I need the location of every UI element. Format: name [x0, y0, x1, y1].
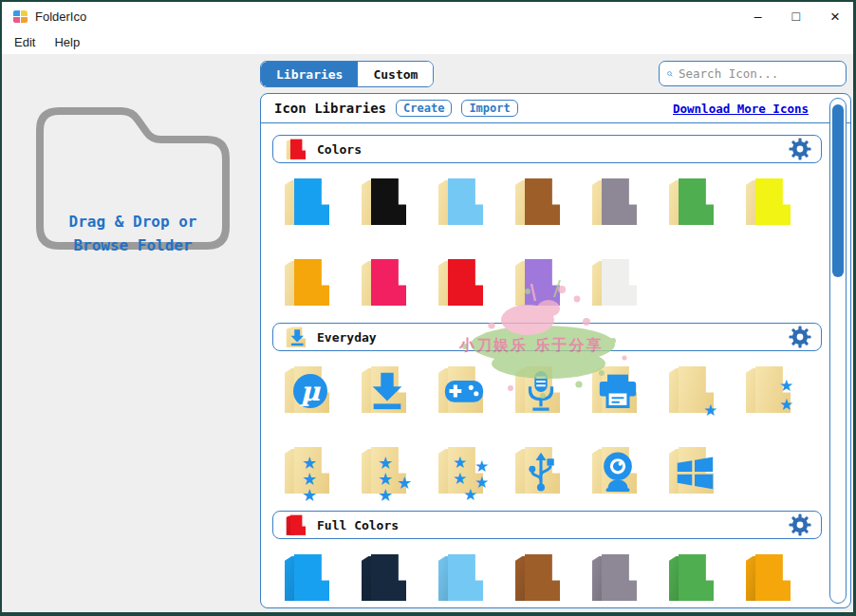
- folder-icon-orange[interactable]: [282, 256, 331, 309]
- folder-icon-gray[interactable]: [589, 551, 639, 605]
- star5-icon: ★★★★★: [444, 451, 484, 493]
- folder-icon-orange[interactable]: [743, 551, 792, 605]
- scrollbar-track[interactable]: [829, 98, 847, 604]
- close-button[interactable]: ×: [830, 9, 840, 25]
- minimize-button[interactable]: –: [754, 9, 762, 23]
- section-label: Colors: [317, 142, 362, 157]
- star2-icon: ★★: [752, 370, 791, 412]
- folder-icon-usb-folder[interactable]: [512, 444, 562, 497]
- section-label: Everyday: [317, 330, 377, 345]
- gear-icon[interactable]: [789, 138, 811, 160]
- folder-red-front-icon: [285, 138, 307, 160]
- windows-icon: [675, 451, 715, 493]
- section-label: Full Colors: [317, 518, 399, 532]
- folder-icon-yellow[interactable]: [743, 176, 792, 229]
- svg-text:µ: µ: [300, 376, 322, 407]
- folder-icon-red-mini[interactable]: [285, 138, 307, 161]
- gear-icon[interactable]: [789, 513, 811, 536]
- download-icon: [367, 370, 407, 412]
- menu-bar: Edit Help: [2, 30, 853, 54]
- menu-help[interactable]: Help: [51, 33, 83, 51]
- tab-bar: Libraries Custom: [260, 61, 434, 87]
- usb-icon: [521, 451, 561, 493]
- gamepad-icon: [444, 370, 484, 412]
- window-controls: – □ ×: [754, 2, 840, 30]
- star4-icon: ★★★★: [367, 451, 407, 493]
- left-panel: Drag & Drop or Browse Folder: [2, 54, 258, 612]
- utorrent-icon: µ: [290, 370, 330, 412]
- microphone-icon: [521, 370, 561, 412]
- search-input[interactable]: [679, 66, 838, 81]
- drop-zone-label: Drag & Drop or Browse Folder: [30, 211, 235, 258]
- folder-icon-one-star-folder[interactable]: ★: [666, 364, 716, 417]
- download-more-icons-link[interactable]: Download More Icons: [673, 102, 809, 116]
- folder-icon-printer-folder[interactable]: [589, 364, 639, 417]
- folder-icon-blue[interactable]: [282, 176, 331, 229]
- icon-grid-colors: [282, 176, 850, 311]
- star1-icon: ★: [675, 370, 715, 412]
- webcam-icon: [598, 451, 638, 493]
- folder-icon-dark-navy[interactable]: [359, 551, 408, 605]
- folder-drop-zone[interactable]: Drag & Drop or Browse Folder: [30, 102, 235, 263]
- folder-icon-audio-folder[interactable]: [512, 364, 562, 417]
- search-box[interactable]: [659, 61, 847, 86]
- folder-icon-windows-folder[interactable]: [666, 444, 716, 497]
- maximize-button[interactable]: □: [792, 9, 800, 23]
- folder-icon-two-star-folder[interactable]: ★★: [743, 364, 792, 417]
- libraries-header: Icon Libraries Create Import Download Mo…: [261, 94, 850, 123]
- window-title: FolderIco: [35, 9, 86, 24]
- folder-icon-sky-blue[interactable]: [436, 176, 485, 229]
- menu-edit[interactable]: Edit: [11, 33, 38, 51]
- icon-grid-full-colors: [282, 551, 850, 607]
- app-logo-icon: [13, 10, 28, 23]
- folder-icon-download-mini[interactable]: [285, 326, 307, 349]
- folder-icon-games-folder[interactable]: [436, 364, 485, 417]
- folder-red-full-icon: [285, 513, 307, 536]
- tab-custom[interactable]: Custom: [358, 62, 433, 86]
- folder-icon-green[interactable]: [666, 176, 716, 229]
- folder-icon-utorrent-folder[interactable]: µ: [282, 364, 331, 417]
- section-header-colors[interactable]: Colors: [272, 135, 822, 163]
- folder-icon-three-star-folder[interactable]: ★★★: [282, 444, 331, 497]
- download-icon: [288, 328, 306, 346]
- printer-icon: [598, 370, 638, 412]
- create-button[interactable]: Create: [396, 100, 452, 117]
- title-bar: FolderIco – □ ×: [2, 2, 853, 30]
- folder-download-icon: [285, 326, 307, 348]
- section-header-everyday[interactable]: Everyday: [272, 323, 822, 351]
- import-button[interactable]: Import: [461, 100, 517, 117]
- star3-icon: ★★★: [290, 451, 330, 493]
- folder-icon-webcam-folder[interactable]: [589, 444, 639, 497]
- app-window: FolderIco – □ × Edit Help Drag & Drop or…: [0, 0, 856, 616]
- folder-icon-brown[interactable]: [512, 176, 562, 229]
- folder-icon-download-folder[interactable]: [359, 364, 408, 417]
- folder-icon-purple[interactable]: [512, 256, 562, 309]
- folder-icon-white[interactable]: [589, 256, 639, 309]
- folder-icon-gray[interactable]: [589, 176, 639, 229]
- folder-icon-four-star-folder[interactable]: ★★★★: [359, 444, 408, 497]
- main-area: Drag & Drop or Browse Folder Libraries C…: [2, 54, 853, 612]
- sections-area: ColorsEverydayµ★★★★★★★★★★★★★★★Full Color…: [261, 135, 850, 607]
- folder-icon-brown[interactable]: [512, 551, 562, 605]
- section-header-full-colors[interactable]: Full Colors: [272, 511, 822, 539]
- folder-icon-red[interactable]: [436, 256, 485, 309]
- folder-icon-green[interactable]: [666, 551, 716, 605]
- right-panel: Libraries Custom Icon Libraries Create I…: [258, 54, 853, 612]
- folder-icon-red-full-mini[interactable]: [285, 513, 307, 537]
- folder-icon-black[interactable]: [359, 176, 408, 229]
- panel-title: Icon Libraries: [274, 101, 386, 116]
- gear-icon[interactable]: [789, 326, 811, 348]
- folder-icon-pink[interactable]: [359, 256, 408, 309]
- folder-icon-five-star-folder[interactable]: ★★★★★: [436, 444, 485, 497]
- folder-icon-blue[interactable]: [282, 551, 331, 605]
- icon-grid-everyday: µ★★★★★★★★★★★★★★★: [282, 364, 850, 499]
- folder-icon-sky-blue[interactable]: [436, 551, 485, 605]
- search-icon: [667, 66, 673, 82]
- icon-libraries-panel: Icon Libraries Create Import Download Mo…: [260, 93, 851, 608]
- tab-libraries[interactable]: Libraries: [261, 62, 358, 86]
- scrollbar-thumb[interactable]: [832, 104, 844, 277]
